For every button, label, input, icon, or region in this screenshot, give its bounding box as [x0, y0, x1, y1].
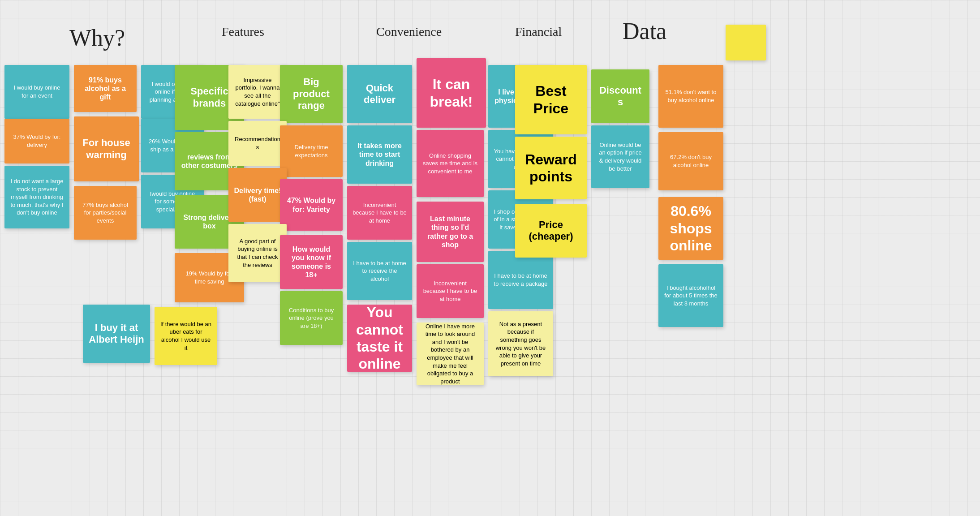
sticky-text-s45: 51.1% don't want to buy alcohol online [664, 88, 718, 104]
sticky-text-s41: Discounts [597, 85, 644, 108]
sticky-text-s46: 67.2% don't buy alcohol online [664, 153, 718, 169]
sticky-s8: 77% buys alcohol for parties/social even… [74, 186, 137, 240]
sticky-text-s28: It takes more time to start drinking [352, 142, 407, 168]
sticky-s46: 67.2% don't buy alcohol online [658, 132, 723, 190]
sticky-text-s14: Big product range [285, 76, 337, 112]
sticky-s41: Discounts [591, 69, 649, 123]
sticky-text-s31: Inconvenient because I have to be at hom… [352, 201, 407, 225]
sticky-s22: A good part of buying online is that I c… [228, 224, 287, 282]
sticky-text-s26: It can break! [422, 76, 481, 110]
sticky-s36: I have to be at home to receive a packag… [488, 251, 553, 309]
sticky-s20: 47% Would by for: Variety [280, 179, 343, 231]
sticky-text-s8: 77% buys alcohol for parties/social even… [79, 201, 131, 225]
sticky-text-s4: 37% Would by for: delivery [10, 133, 64, 149]
sticky-text-s47: 80.6% shops online [664, 202, 718, 254]
sticky-text-s16: Recommendations [234, 135, 281, 151]
sticky-text-s48: I bought alcoholhol for about 5 times th… [664, 284, 718, 308]
sticky-s10: I buy it at Albert Heijn [83, 305, 150, 363]
sticky-s35: Inconvenient because I have to be at hom… [417, 264, 484, 318]
sticky-s17: Delivery time expectations [280, 125, 343, 177]
sticky-text-s25: Quick deliver [352, 82, 407, 106]
sticky-s1: I would buy online for an event [4, 65, 69, 119]
sticky-s4: 37% Would by for: delivery [4, 119, 69, 163]
section-label-why: Why? [69, 25, 125, 51]
sticky-s32: Last minute thing so I'd rather go to a … [417, 202, 484, 262]
sticky-s19: Delivery time! (fast) [228, 168, 287, 222]
sticky-s31: Inconvenient because I have to be at hom… [347, 186, 412, 240]
sticky-s25: Quick deliver [347, 65, 412, 123]
sticky-text-s29: Online shopping saves me time and is con… [422, 152, 478, 176]
sticky-text-s19: Delivery time! (fast) [234, 186, 281, 203]
sticky-text-s2: 91% buys alcohol as a gift [79, 76, 131, 102]
sticky-s13: Impressive portfolio. I wanna see all th… [228, 65, 287, 119]
sticky-s16: Recommendations [228, 121, 287, 166]
sticky-s23: How would you know if someone is 18+ [280, 235, 343, 289]
sticky-text-s17: Delivery time expectations [285, 143, 337, 159]
sticky-s28: It takes more time to start drinking [347, 125, 412, 184]
sticky-s39: Not as a present because if something go… [488, 311, 553, 376]
sticky-s42: Reward points [515, 137, 587, 199]
sticky-text-s7: I do not want a large stock to prevent m… [10, 177, 64, 217]
sticky-text-s36: I have to be at home to receive a packag… [494, 272, 548, 288]
section-label-convenience: Convenience [376, 25, 442, 39]
sticky-s45: 51.1% don't want to buy alcohol online [658, 65, 723, 128]
sticky-text-s5: For house warming [79, 137, 133, 161]
sticky-text-s44: Price (cheaper) [520, 219, 581, 243]
sticky-text-s34: I have to be at home to receive the alco… [352, 259, 407, 283]
sticky-text-s38: Online I have more time to look around a… [422, 322, 478, 385]
sticky-s24: Conditions to buy online (prove you are … [280, 291, 343, 345]
sticky-s5: For house warming [74, 116, 139, 181]
sticky-text-s42: Reward points [520, 151, 581, 185]
sticky-text-s37: You cannot taste it online [352, 304, 407, 373]
sticky-s14: Big product range [280, 65, 343, 123]
sticky-s2: 91% buys alcohol as a gift [74, 65, 137, 112]
sticky-s40: Best Price [515, 65, 587, 134]
section-label-data: Data [623, 18, 666, 44]
sticky-text-s35: Inconvenient because I have to be at hom… [422, 280, 478, 303]
section-label-financial: Financial [515, 25, 562, 39]
kanban-board: Why?FeaturesConvenienceFinancialDataI wo… [0, 0, 980, 516]
sticky-s49 [726, 25, 766, 60]
sticky-s43: Online would be an option if price & del… [591, 125, 649, 188]
sticky-s34: I have to be at home to receive the alco… [347, 242, 412, 300]
sticky-text-s40: Best Price [520, 82, 581, 117]
sticky-s11: If there would be an uber eats for alcoh… [155, 307, 217, 365]
sticky-text-s23: How would you know if someone is 18+ [285, 245, 337, 280]
sticky-s26: It can break! [417, 58, 486, 128]
sticky-s38: Online I have more time to look around a… [417, 322, 484, 385]
sticky-text-s24: Conditions to buy online (prove you are … [285, 306, 337, 330]
sticky-text-s32: Last minute thing so I'd rather go to a … [422, 215, 478, 249]
sticky-text-s43: Online would be an option if price & del… [597, 141, 644, 172]
sticky-s44: Price (cheaper) [515, 204, 587, 258]
sticky-s37: You cannot taste it online [347, 305, 412, 372]
sticky-text-s22: A good part of buying online is that I c… [234, 237, 281, 269]
sticky-s47: 80.6% shops online [658, 197, 723, 260]
section-label-features: Features [222, 25, 264, 39]
sticky-s48: I bought alcoholhol for about 5 times th… [658, 264, 723, 327]
sticky-s29: Online shopping saves me time and is con… [417, 130, 484, 197]
sticky-text-s13: Impressive portfolio. I wanna see all th… [234, 76, 281, 108]
sticky-text-s10: I buy it at Albert Heijn [88, 322, 145, 346]
sticky-text-s11: If there would be an uber eats for alcoh… [160, 320, 212, 352]
sticky-text-s1: I would buy online for an event [10, 84, 64, 99]
sticky-text-s20: 47% Would by for: Variety [285, 196, 337, 213]
sticky-s7: I do not want a large stock to prevent m… [4, 166, 69, 228]
sticky-text-s39: Not as a present because if something go… [494, 320, 548, 367]
